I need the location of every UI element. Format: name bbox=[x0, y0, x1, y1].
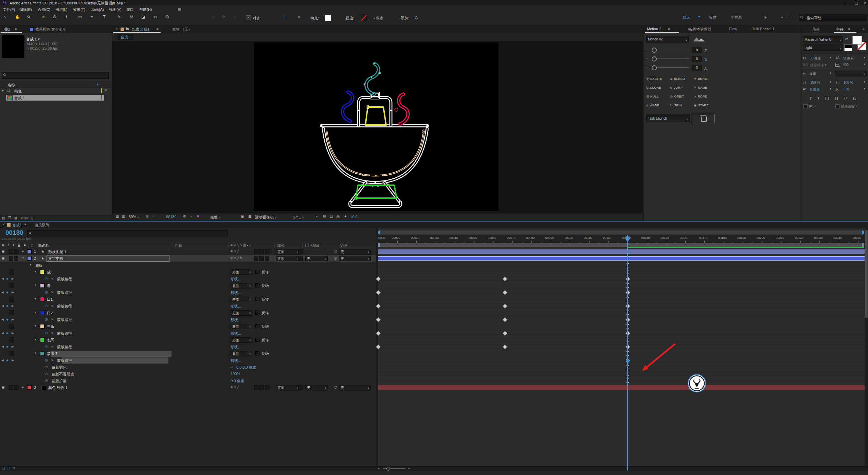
graph-icon[interactable]: ∿ bbox=[51, 277, 54, 280]
graph-cell[interactable] bbox=[378, 269, 865, 276]
project-bpc-label[interactable]: 8 bpc bbox=[21, 216, 29, 220]
work-area-end-handle[interactable] bbox=[862, 243, 864, 247]
collapse-icon[interactable]: ▼ bbox=[29, 263, 32, 266]
graph-cell[interactable] bbox=[378, 296, 865, 303]
add-keyframe-button[interactable]: ◆ bbox=[6, 277, 8, 280]
stopwatch-icon[interactable]: ◷ bbox=[45, 345, 48, 348]
shape-value-link[interactable]: 形状... bbox=[231, 290, 241, 295]
show-snapshot-icon[interactable]: ◑ bbox=[190, 214, 192, 218]
hand-tool[interactable]: ✋ bbox=[15, 15, 21, 19]
time-ruler[interactable]: 0000000100002000030000400005000060000700… bbox=[376, 235, 865, 243]
add-keyframe-button[interactable]: ◆ bbox=[6, 358, 8, 362]
invert-checkbox[interactable] bbox=[255, 283, 259, 287]
close-tab-icon[interactable]: × bbox=[3, 223, 5, 226]
collapse-icon[interactable]: ▼ bbox=[34, 324, 37, 328]
blend-button[interactable]: ≣BLEND bbox=[670, 77, 692, 83]
preserve-cell[interactable] bbox=[298, 256, 303, 261]
clone-button[interactable]: ⧉CLONE bbox=[646, 86, 669, 91]
zoom-in-mountain-icon[interactable]: ▲ bbox=[408, 467, 411, 470]
parent-header[interactable]: 父级 bbox=[340, 243, 347, 248]
brush-tool[interactable]: ✎ bbox=[116, 15, 122, 19]
stopwatch-icon[interactable]: ◷ bbox=[45, 372, 48, 375]
property-value[interactable]: 0.0 像素 bbox=[231, 379, 244, 384]
mask-visibility-icon[interactable]: ⌗ bbox=[152, 214, 155, 218]
graph-cell[interactable] bbox=[378, 282, 865, 289]
motion-slider-track-2[interactable] bbox=[658, 67, 689, 68]
property-name[interactable]: 蒙版路径 bbox=[57, 277, 72, 282]
prev-keyframe-button[interactable]: ◀ bbox=[1, 358, 4, 362]
audio-cell[interactable] bbox=[9, 385, 13, 390]
stroke-width-dropdown[interactable]: ▼ bbox=[829, 72, 832, 75]
motion-tab-menu-icon[interactable]: ≡ bbox=[668, 27, 670, 31]
workspace-menu-icon[interactable]: » bbox=[781, 15, 783, 19]
property-name[interactable]: 蒙版路径 bbox=[57, 304, 72, 309]
lock-icon[interactable] bbox=[126, 28, 129, 30]
camera-select[interactable]: 活动摄像机 ∨ bbox=[255, 215, 277, 220]
parent-select[interactable]: 无∨ bbox=[339, 249, 371, 254]
timeline-search-input[interactable]: ⚲ bbox=[27, 230, 228, 237]
puppet-pin-tool[interactable]: ✪ bbox=[164, 15, 170, 19]
audio-cell[interactable] bbox=[9, 256, 13, 261]
layer-switches[interactable]: ⊕ ☀ ╱ bbox=[230, 385, 239, 389]
motion-slider-knob-2[interactable] bbox=[652, 65, 657, 70]
tab-character[interactable]: 字符 bbox=[836, 27, 844, 32]
grid-snap-icon[interactable]: ⌗ bbox=[296, 15, 302, 19]
menu-3[interactable]: 图层(L) bbox=[55, 7, 67, 12]
hscale-dropdown[interactable]: ▼ bbox=[863, 81, 866, 84]
menu-7[interactable]: 窗口 bbox=[126, 7, 134, 12]
always-preview-icon[interactable]: ▦ bbox=[116, 214, 119, 218]
graph-cell[interactable] bbox=[378, 350, 865, 357]
new-comp-icon[interactable]: ▦ bbox=[14, 216, 17, 220]
mask-name[interactable]: 蒙版 7 bbox=[47, 351, 57, 356]
mask-mode-select[interactable]: 差值∨ bbox=[231, 269, 252, 275]
mask-mode-select[interactable]: 差值∨ bbox=[231, 324, 252, 329]
type-tool[interactable]: T bbox=[101, 15, 107, 19]
slider-chevron-0[interactable]: ‹ bbox=[646, 48, 647, 51]
bw-swatch[interactable] bbox=[844, 45, 852, 51]
mask-name[interactable]: 者 bbox=[47, 283, 51, 288]
audio-cell[interactable] bbox=[9, 249, 13, 254]
motionblur-cell[interactable] bbox=[265, 256, 269, 261]
graph-cell[interactable] bbox=[378, 337, 865, 344]
tab-render-queue[interactable]: 渲染队列 bbox=[35, 223, 50, 228]
hindi-digits-checkbox[interactable] bbox=[835, 104, 839, 108]
layer-color-swatch[interactable] bbox=[27, 249, 32, 254]
eye-icon[interactable]: ◉ bbox=[2, 249, 5, 253]
stroke-swatch[interactable] bbox=[361, 15, 367, 21]
quality-cell[interactable] bbox=[254, 385, 258, 390]
workspace-tab-1[interactable]: 标准 bbox=[709, 15, 717, 20]
burst-button[interactable]: ✳BURST bbox=[694, 77, 716, 83]
video-cell[interactable] bbox=[10, 324, 14, 329]
reset-exposure-icon[interactable]: ✦ bbox=[344, 214, 347, 218]
property-value[interactable]: 0.0,0.0 像素 bbox=[236, 365, 256, 370]
video-cell[interactable] bbox=[10, 283, 14, 288]
magnification-select[interactable]: 50% ∨ bbox=[129, 215, 139, 219]
next-keyframe-button[interactable]: ▶ bbox=[12, 358, 14, 362]
collapse-icon[interactable]: ▼ bbox=[34, 338, 37, 341]
eye-icon[interactable]: ◉ bbox=[2, 256, 5, 260]
slider-chevron-1[interactable]: ›‹ bbox=[646, 57, 648, 60]
add-keyframe-button[interactable]: ◆ bbox=[6, 291, 8, 294]
help-search-input[interactable]: ⚲ 搜索帮助 bbox=[799, 15, 867, 21]
property-value[interactable]: 100% bbox=[231, 372, 240, 376]
mask-name[interactable]: 成 bbox=[47, 270, 51, 275]
motion-slider-track-0[interactable] bbox=[658, 50, 689, 50]
faux-italic-button[interactable]: T bbox=[817, 96, 819, 101]
preserve-cell[interactable] bbox=[298, 385, 303, 390]
warp-button[interactable]: ⧈WARP bbox=[646, 104, 669, 109]
tsume-dropdown[interactable]: ▼ bbox=[863, 87, 866, 90]
fast-preview-icon[interactable]: ⊞ bbox=[323, 214, 326, 218]
invert-checkbox[interactable] bbox=[255, 270, 259, 274]
video-cell[interactable] bbox=[10, 297, 14, 302]
tab-effect-controls[interactable]: 效果控件 文字变形 bbox=[35, 27, 66, 32]
character-tab-menu-icon[interactable]: ≡ bbox=[848, 27, 850, 31]
delete-task-button[interactable] bbox=[692, 114, 715, 123]
sort-arrow-icon[interactable]: ▲ bbox=[96, 83, 99, 86]
tab-timeline-comp[interactable]: 合成1 bbox=[12, 223, 22, 228]
shape-value-link[interactable]: 形状... bbox=[231, 345, 241, 350]
menu-4[interactable]: 效果(T) bbox=[73, 7, 85, 12]
updown-icon[interactable]: ⇅ bbox=[704, 57, 707, 62]
property-name[interactable]: 蒙版路径 bbox=[57, 317, 72, 322]
pickwhip-icon[interactable]: ◎ bbox=[334, 385, 337, 389]
track-camera-icon[interactable]: ✜ bbox=[221, 15, 227, 19]
